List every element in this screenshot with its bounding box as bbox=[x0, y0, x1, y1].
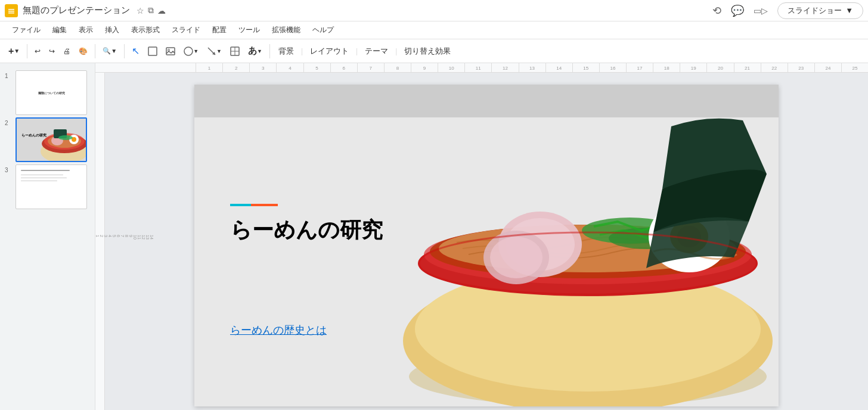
svg-point-22 bbox=[58, 135, 73, 140]
h-ruler: 1 2 3 4 5 6 7 8 9 10 11 12 13 14 bbox=[95, 63, 868, 73]
present-icon[interactable]: ▭▷ bbox=[754, 6, 768, 15]
slide-thumb-2[interactable]: 2 bbox=[5, 117, 90, 162]
menu-file[interactable]: ファイル bbox=[7, 24, 45, 36]
main-layout: 1 麺類についての研究 2 bbox=[0, 63, 868, 410]
title-bar: 無題のプレゼンテーション ☆ ⧉ ☁ ⟲ 💬 ▭▷ スライドショー ▼ bbox=[0, 0, 868, 21]
svg-point-6 bbox=[168, 49, 170, 51]
orange-accent bbox=[251, 204, 278, 206]
layout-button[interactable]: レイアウト bbox=[305, 44, 354, 59]
slide-subtitle[interactable]: らーめんの歴史とは bbox=[230, 323, 327, 337]
slide-main-title[interactable]: らーめんの研究 bbox=[230, 216, 383, 245]
toolbar-sep-3 bbox=[124, 44, 125, 58]
svg-point-7 bbox=[184, 47, 193, 55]
zoom-button[interactable]: 🔍 ▼ bbox=[99, 45, 120, 57]
svg-text:らーめんの研究: らーめんの研究 bbox=[21, 133, 46, 137]
slide-panel: 1 麺類についての研究 2 bbox=[0, 63, 95, 410]
add-slide-button[interactable]: + ▼ bbox=[5, 44, 23, 59]
slide-canvas[interactable]: らーめんの研究 らーめんの歴史とは bbox=[194, 85, 779, 406]
bg-button[interactable]: 背景 bbox=[274, 44, 299, 59]
menu-extensions[interactable]: 拡張機能 bbox=[267, 24, 305, 36]
svg-rect-3 bbox=[8, 13, 14, 14]
text-box-tool[interactable] bbox=[144, 44, 161, 58]
ruler-area: 1 2 3 4 5 6 7 8 9 10 11 12 13 14 bbox=[95, 63, 868, 410]
canvas-area: らーめんの研究 らーめんの歴史とは bbox=[105, 73, 868, 398]
slide-1-preview: 麺類についての研究 bbox=[16, 70, 87, 115]
menu-insert[interactable]: 挿入 bbox=[100, 24, 124, 36]
copy-icon[interactable]: ⧉ bbox=[148, 5, 154, 15]
menu-arrange[interactable]: 配置 bbox=[207, 24, 231, 36]
text-insert-btn[interactable]: あ ▼ bbox=[244, 43, 266, 59]
toolbar-sep-4 bbox=[269, 44, 270, 58]
slide-2-preview: らーめんの研究 bbox=[16, 117, 87, 162]
image-tool[interactable] bbox=[162, 44, 179, 58]
menu-help[interactable]: ヘルプ bbox=[308, 24, 339, 36]
shape-tool[interactable]: ▼ bbox=[180, 44, 202, 58]
menu-bar: ファイル 編集 表示 挿入 表示形式 スライド 配置 ツール 拡張機能 ヘルプ bbox=[0, 21, 868, 39]
ramen-slide: らーめんの研究 らーめんの歴史とは bbox=[194, 85, 779, 406]
menu-view[interactable]: 表示 bbox=[74, 24, 98, 36]
toolbar-sep-1 bbox=[27, 44, 27, 58]
doc-title: 無題のプレゼンテーション bbox=[23, 5, 130, 16]
toolbar: + ▼ ↩ ↪ 🖨 🎨 🔍 ▼ ↖ ▼ ▼ あ ▼ 背景 | レイアウト | テ… bbox=[0, 39, 868, 63]
app-icon bbox=[5, 4, 18, 17]
top-right-icons: ⟲ 💬 ▭▷ bbox=[712, 4, 768, 17]
star-icon[interactable]: ☆ bbox=[137, 6, 144, 15]
slide-thumb-3[interactable]: 3 bbox=[5, 164, 90, 209]
menu-tools[interactable]: ツール bbox=[234, 24, 265, 36]
accent-line bbox=[230, 204, 278, 206]
undo-button[interactable]: ↩ bbox=[31, 45, 44, 58]
svg-rect-2 bbox=[8, 11, 14, 12]
toolbar-sep-2 bbox=[95, 44, 95, 58]
redo-button[interactable]: ↪ bbox=[45, 45, 58, 58]
teal-accent bbox=[230, 204, 251, 206]
slide-thumb-1[interactable]: 1 麺類についての研究 bbox=[5, 70, 90, 115]
svg-point-35 bbox=[490, 237, 542, 278]
cloud-icon[interactable]: ☁ bbox=[157, 6, 166, 15]
theme-button[interactable]: テーマ bbox=[360, 44, 393, 59]
menu-edit[interactable]: 編集 bbox=[48, 24, 72, 36]
slide-3-preview bbox=[16, 164, 87, 209]
history-icon[interactable]: ⟲ bbox=[712, 4, 721, 17]
slideshow-button[interactable]: スライドショー ▼ bbox=[777, 2, 863, 19]
svg-rect-4 bbox=[148, 47, 157, 55]
transition-button[interactable]: 切り替え効果 bbox=[399, 44, 455, 59]
svg-rect-1 bbox=[8, 9, 14, 10]
slideshow-dropdown-icon: ▼ bbox=[845, 6, 853, 15]
v-ruler: 1 2 3 4 5 6 7 8 9 10 11 12 13 14 bbox=[95, 73, 105, 410]
line-tool[interactable]: ▼ bbox=[203, 44, 225, 58]
cursor-tool[interactable]: ↖ bbox=[128, 43, 143, 59]
print-button[interactable]: 🖨 bbox=[60, 45, 74, 58]
paint-format-button[interactable]: 🎨 bbox=[75, 45, 91, 58]
menu-slide[interactable]: スライド bbox=[167, 24, 205, 36]
comment-icon[interactable]: 💬 bbox=[731, 4, 744, 17]
menu-format[interactable]: 表示形式 bbox=[126, 24, 165, 36]
ramen-illustration bbox=[337, 85, 779, 406]
table-tool[interactable] bbox=[227, 44, 243, 58]
